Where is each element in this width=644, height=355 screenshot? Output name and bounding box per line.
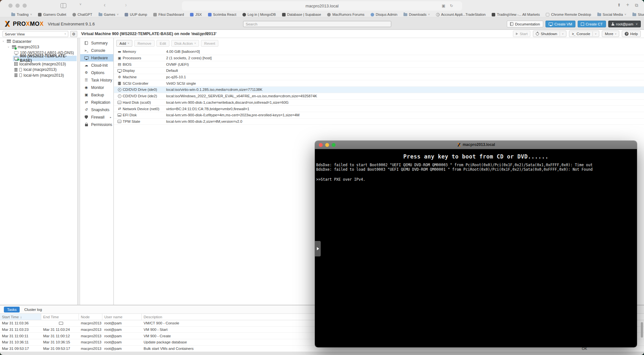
site-icon [72,13,76,16]
bookmark-studio[interactable]: Studio˅ [632,13,644,16]
console-titlebar[interactable]: macpro2013.local [315,141,637,149]
hw-row-scsi-controller[interactable]: SCSI ControllerVirtIO SCSI single [114,80,644,87]
column-end-time[interactable]: End Time [41,314,79,320]
disk-action-button[interactable]: Disk Action˅ [171,40,199,47]
hw-row-machine[interactable]: ⚙Machinepc-q35-10.1 [114,74,644,81]
hw-row-efi-disk[interactable]: EFI Disklocal-lvm:vm-900-disk-0,efitype=… [114,112,644,119]
hw-row-display[interactable]: DisplayDefault [114,68,644,74]
forward-icon[interactable]: › [125,2,127,8]
bookmark-tradestation[interactable]: Account Appli...TradeStation [436,13,486,16]
bookmark-gamers-outlet[interactable]: Gamers Outlet [38,13,66,16]
bookmark-uup-dump[interactable]: UUP dump [125,13,147,16]
tree-item-vm-900[interactable]: 900 (WS2022-TEMPLATE-BASE) [0,56,77,62]
tab-overview-icon[interactable]: ⧉ [635,3,638,8]
tree-item-storage-local[interactable]: local (macpro2013) [0,67,77,73]
documentation-button[interactable]: Documentation [507,21,543,27]
remove-button[interactable]: Remove [134,40,155,47]
reload-icon[interactable]: ↻ [450,4,453,8]
create-ct-button[interactable]: Create CT [578,21,606,27]
view-selector[interactable]: Server View˅ [3,31,68,37]
more-button[interactable]: More˅ [602,31,619,37]
console-screen[interactable]: Press any key to boot from CD or DVD....… [315,149,637,347]
vm-menu-options[interactable]: ⚙Options [80,69,113,76]
shutdown-button[interactable]: Shutdown˅ [533,31,566,37]
tab-cluster-log[interactable]: Cluster log [24,308,42,312]
cpu-icon: ▣ [116,56,123,60]
share-icon[interactable]: ⬆ [617,3,621,7]
edit-button[interactable]: Edit [156,40,169,47]
create-vm-button[interactable]: Create VM [545,21,575,27]
search-input[interactable] [243,21,391,27]
sort-descending-icon: ↓ [20,315,22,319]
vm-menu: Summary >_Console Hardware ☁Cloud-Init ⚙… [80,38,114,305]
chevron-down-icon[interactable]: ˅ [80,3,81,6]
vm-menu-summary[interactable]: Summary [80,39,113,47]
bookmark-scrimba-react[interactable]: Scrimba React [208,13,236,16]
vm-menu-cloud-init[interactable]: ☁Cloud-Init [80,62,113,69]
address-bar[interactable]: macpro2013.local ▣ ↻ [182,1,462,11]
hw-row-bios[interactable]: ▤BIOSOVMF (UEFI) [114,61,644,68]
vm-menu-permissions[interactable]: Permissions [80,121,113,128]
window-close-button[interactable] [8,4,13,8]
tab-tasks[interactable]: Tasks [4,307,20,312]
hw-row-hard-disk[interactable]: Hard Disk (scsi0)local-lvm:vm-900-disk-1… [114,100,644,106]
hw-row-tpm-state[interactable]: TPM Statelocal-lvm:vm-900-disk-2,size=4M… [114,119,644,125]
console-window-title: macpro2013.local [463,142,495,147]
bookmark-games[interactable]: Games˅ [99,13,119,16]
bookmark-fiksi-dashboard[interactable]: Fiksi Dashboard [153,13,184,16]
edit-tags-icon[interactable]: ✎ [205,31,208,35]
hw-row-cdrom-ide2[interactable]: CD/DVD Drive (ide2)local:iso/Windows_202… [114,93,644,100]
start-button[interactable]: Start [513,31,530,37]
vm-console-window[interactable]: macpro2013.local Press any key to boot f… [315,141,637,347]
sidebar-toggle-icon[interactable] [61,3,66,8]
bookmark-jsx[interactable]: JSX [190,13,202,16]
revert-button[interactable]: Revert [201,40,218,47]
bookmark-macrumors[interactable]: MacRumors Forums [327,13,365,16]
vm-menu-console[interactable]: >_Console [80,47,113,54]
vm-menu-hardware[interactable]: Hardware [80,54,113,62]
console-button[interactable]: >_Console˅ [569,31,599,37]
window-zoom-button[interactable] [23,4,27,8]
vm-menu-backup[interactable]: ▣Backup [80,91,113,99]
vm-menu-firewall[interactable]: Firewall▸ [80,113,113,121]
vm-menu-monitor[interactable]: ◉Monitor [80,84,113,91]
hw-row-memory[interactable]: ▬Memory4.00 GiB [balloon=0] [114,49,644,55]
add-button[interactable]: Add˅ [116,40,132,47]
bookmark-social-media[interactable]: Social Media˅ [597,13,626,16]
bookmark-chatgpt[interactable]: ChatGPT [72,13,92,16]
bookmark-mongodb[interactable]: Log in | MongoDB [242,13,276,16]
column-node[interactable]: Node [79,314,102,320]
new-tab-icon[interactable]: + [626,2,629,8]
tree-item-datacenter[interactable]: ˅Datacenter [0,39,77,44]
back-icon[interactable]: ‹ [104,2,106,8]
column-start-time[interactable]: Start Time↓ [0,314,41,320]
vnc-control-bar-handle[interactable] [315,241,321,256]
hw-row-network[interactable]: ⇄Network Device (net0)virtio=BC:24:11:D1… [114,106,644,112]
tree-settings-button[interactable]: ⚙ [70,31,77,37]
pxe-boot-line: >>Start PXE over IPv4. [316,177,365,182]
vm-menu-snapshots[interactable]: ↺Snapshots [80,106,113,113]
bookmark-supabase[interactable]: Database | Supabase [282,13,321,16]
hw-row-processors[interactable]: ▣Processors2 (1 sockets, 2 cores) [host] [114,55,644,62]
tree-item-localnetwork[interactable]: localnetwork (macpro2013) [0,61,77,67]
bookmark-trading[interactable]: Trading˅ [11,13,32,16]
hw-row-cdrom-ide0[interactable]: CD/DVD Drive (ide0)local:iso/virtio-win-… [114,87,644,93]
tree-item-node-macpro2013[interactable]: ˅macpro2013 [0,44,77,50]
window-minimize-button[interactable] [15,4,20,8]
pve-version: Virtual Environment 9.1.6 [48,22,95,26]
user-menu-button[interactable]: root@pam˅ [608,21,641,27]
tree-item-storage-local-lvm[interactable]: local-lvm (macpro2013) [0,72,77,78]
column-user-name[interactable]: User name [102,314,142,320]
bookmark-chrome-remote-desktop[interactable]: Chrome Remote Desktop [546,13,591,16]
bookmark-tradingview[interactable]: TradingView -... All Markets [492,13,540,16]
page-settings-icon[interactable]: ▣ [442,4,445,8]
scrollbar-thumb[interactable] [641,322,643,338]
bookmark-downloads[interactable]: Downloads˅ [403,13,430,16]
folder-icon [11,13,15,16]
url-text[interactable]: macpro2013.local [182,4,462,8]
folder-icon [632,13,636,16]
vm-menu-task-history[interactable]: ☰Task History [80,76,113,84]
help-button[interactable]: ?Help [622,31,641,37]
vm-menu-replication[interactable]: ⇄Replication [80,99,113,106]
bookmark-disqus[interactable]: Disqus Admin [371,13,397,16]
